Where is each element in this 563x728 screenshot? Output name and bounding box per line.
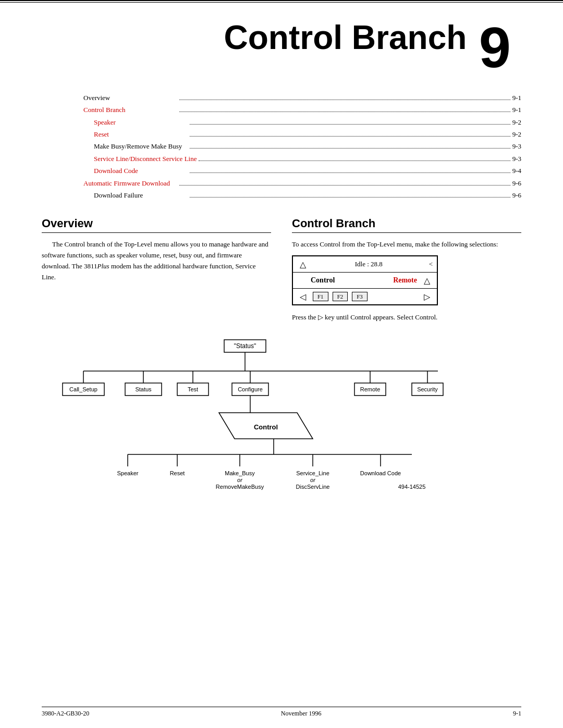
modem-top-row: △ Idle : 28.8 < bbox=[293, 256, 437, 273]
overview-body: The Control branch of the Top-Level menu… bbox=[42, 239, 271, 282]
control-branch-title: Control Branch bbox=[292, 217, 521, 233]
modem-bottom-row: ◁ F1 F2 F3 ▷ bbox=[293, 289, 437, 304]
footer-right: 9-1 bbox=[513, 710, 521, 718]
toc-row-control-branch: Control Branch 9-1 bbox=[83, 104, 521, 116]
svg-text:Test: Test bbox=[188, 386, 198, 392]
modem-control-label: Control bbox=[309, 276, 393, 285]
svg-text:Make_Busy: Make_Busy bbox=[225, 470, 255, 476]
modem-remote-label: Remote bbox=[393, 276, 417, 285]
page: Control Branch 9 Overview 9-1 Control Br… bbox=[0, 0, 563, 728]
svg-text:or: or bbox=[237, 477, 243, 483]
toc-page-overview: 9-1 bbox=[512, 92, 521, 104]
toc-label-reset[interactable]: Reset bbox=[94, 128, 188, 140]
svg-text:Call_Setup: Call_Setup bbox=[69, 386, 97, 392]
f2-button[interactable]: F2 bbox=[333, 292, 348, 301]
toc-row-autofirmware: Automatic Firmware Download 9-6 bbox=[83, 177, 521, 189]
modem-idle-text: Idle : 28.8 bbox=[309, 260, 429, 268]
toc-page-makebusy: 9-3 bbox=[512, 140, 521, 152]
chapter-number: 9 bbox=[479, 15, 511, 79]
toc-page-control-branch: 9-1 bbox=[512, 104, 521, 116]
toc-label-serviceline[interactable]: Service Line/Disconnect Service Line bbox=[94, 153, 197, 165]
svg-text:Service_Line: Service_Line bbox=[296, 470, 329, 476]
toc-dots-reset bbox=[190, 136, 510, 137]
control-branch-diagram: "Status" bbox=[47, 337, 516, 504]
up-arrow-icon: △ bbox=[297, 258, 309, 270]
left-arrow-icon: ◁ bbox=[297, 291, 309, 302]
two-column-section: Overview The Control branch of the Top-L… bbox=[42, 217, 521, 322]
toc-dots-overview bbox=[179, 100, 510, 100]
toc-row-downloadfailure: Download Failure 9-6 bbox=[83, 189, 521, 201]
press-instruction: Press the ▷ key until Control appears. S… bbox=[292, 313, 521, 322]
svg-text:Remote: Remote bbox=[360, 386, 381, 392]
footer-center: November 1996 bbox=[281, 710, 322, 718]
svg-text:494-14525: 494-14525 bbox=[398, 484, 426, 490]
toc-dots-serviceline bbox=[199, 161, 510, 161]
toc-label-makebusy[interactable]: Make Busy/Remove Make Busy bbox=[94, 140, 188, 152]
diagram-section: "Status" bbox=[42, 337, 521, 504]
status-label: "Status" bbox=[234, 342, 256, 350]
modem-lt-symbol: < bbox=[429, 260, 433, 268]
svg-text:Configure: Configure bbox=[238, 386, 263, 392]
control-branch-section: Control Branch To access Control from th… bbox=[292, 217, 521, 322]
svg-text:Security: Security bbox=[417, 386, 438, 392]
f1-button[interactable]: F1 bbox=[313, 292, 328, 301]
control-branch-intro: To access Control from the Top-Level men… bbox=[292, 239, 521, 250]
svg-text:Status: Status bbox=[135, 386, 152, 392]
toc-dots-downloadfailure bbox=[190, 197, 510, 198]
toc-page-reset: 9-2 bbox=[512, 128, 521, 140]
toc-page-speaker: 9-2 bbox=[512, 116, 521, 128]
content-area: Control Branch 9 Overview 9-1 Control Br… bbox=[0, 3, 563, 535]
toc-row-makebusy: Make Busy/Remove Make Busy 9-3 bbox=[83, 140, 521, 152]
svg-text:Speaker: Speaker bbox=[117, 470, 139, 476]
toc-dots-speaker bbox=[190, 124, 510, 125]
toc-row-speaker: Speaker 9-2 bbox=[83, 116, 521, 128]
toc-row-reset: Reset 9-2 bbox=[83, 128, 521, 140]
toc-row-overview: Overview 9-1 bbox=[83, 92, 521, 104]
toc-label-downloadfailure[interactable]: Download Failure bbox=[94, 189, 188, 201]
toc-row-serviceline: Service Line/Disconnect Service Line 9-3 bbox=[83, 153, 521, 165]
svg-text:Reset: Reset bbox=[170, 470, 185, 476]
toc-label-downloadcode[interactable]: Download Code bbox=[94, 165, 188, 177]
toc-label-speaker[interactable]: Speaker bbox=[94, 116, 188, 128]
toc-dots-control-branch bbox=[179, 112, 510, 112]
modem-mid-row: Control Remote △ bbox=[293, 273, 437, 289]
right-arrow-icon: △ bbox=[421, 275, 433, 286]
top-rule bbox=[0, 0, 563, 1]
toc: Overview 9-1 Control Branch 9-1 Speaker … bbox=[83, 92, 521, 202]
toc-page-downloadfailure: 9-6 bbox=[512, 189, 521, 201]
toc-page-serviceline: 9-3 bbox=[512, 153, 521, 165]
toc-page-autofirmware: 9-6 bbox=[512, 177, 521, 189]
svg-text:RemoveMakeBusy: RemoveMakeBusy bbox=[216, 484, 264, 490]
svg-text:or: or bbox=[310, 477, 316, 483]
toc-label-overview[interactable]: Overview bbox=[83, 92, 177, 104]
toc-page-downloadcode: 9-4 bbox=[512, 165, 521, 177]
toc-dots-autofirmware bbox=[179, 185, 510, 186]
modem-display: △ Idle : 28.8 < Control Remote bbox=[292, 255, 438, 305]
f3-button[interactable]: F3 bbox=[352, 292, 368, 301]
toc-label-control-branch[interactable]: Control Branch bbox=[83, 104, 177, 116]
svg-text:Download Code: Download Code bbox=[360, 470, 401, 476]
toc-dots-makebusy bbox=[190, 148, 510, 149]
toc-dots-downloadcode bbox=[190, 172, 510, 173]
page-footer: 3980-A2-GB30-20 November 1996 9-1 bbox=[42, 707, 521, 718]
toc-label-autofirmware[interactable]: Automatic Firmware Download bbox=[83, 177, 177, 189]
chapter-title: Control Branch bbox=[224, 19, 478, 56]
footer-left: 3980-A2-GB30-20 bbox=[42, 710, 89, 718]
overview-section: Overview The Control branch of the Top-L… bbox=[42, 217, 271, 322]
chapter-heading: Control Branch 9 bbox=[42, 18, 521, 76]
modem-display-container: △ Idle : 28.8 < Control Remote bbox=[292, 255, 521, 305]
plus-italic: Plus bbox=[97, 262, 109, 270]
svg-text:DiscServLine: DiscServLine bbox=[296, 484, 330, 490]
toc-row-downloadcode: Download Code 9-4 bbox=[83, 165, 521, 177]
svg-text:Control: Control bbox=[254, 423, 278, 431]
overview-title: Overview bbox=[42, 217, 271, 233]
forward-arrow-icon: ▷ bbox=[421, 291, 433, 302]
